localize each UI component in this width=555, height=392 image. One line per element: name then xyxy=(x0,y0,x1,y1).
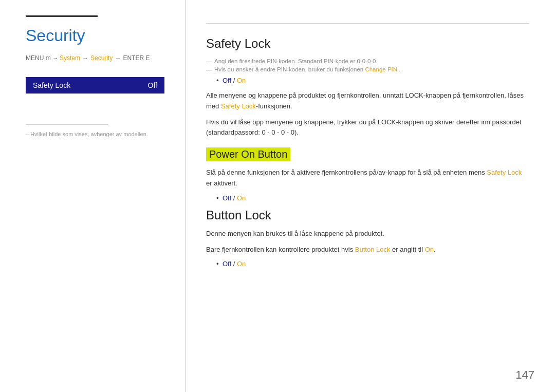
page-number: 147 xyxy=(515,368,534,382)
button-lock-off-on-toggle: Off / On xyxy=(223,260,246,268)
breadcrumb-menu: MENU m → xyxy=(26,54,59,62)
safety-lock-body1: Alle menyene og knappene på produktet og… xyxy=(206,90,529,112)
breadcrumb-security[interactable]: Security xyxy=(90,54,113,62)
button-lock-link[interactable]: Button Lock xyxy=(355,246,391,253)
button-lock-body2: Bare fjernkontrollen kan kontrollere pro… xyxy=(206,245,529,255)
power-on-safety-lock-link[interactable]: Safety Lock xyxy=(487,169,522,176)
safety-lock-link1[interactable]: Safety Lock xyxy=(221,102,256,110)
button-lock-on-link[interactable]: On xyxy=(425,246,434,253)
main-content: Safety Lock Angi den firesifrede PIN-kod… xyxy=(185,0,555,392)
sidebar-divider xyxy=(26,124,108,125)
button-lock-title: Button Lock xyxy=(206,208,529,222)
breadcrumb-arrow2: → xyxy=(115,54,121,62)
top-line-decoration xyxy=(26,15,98,17)
power-on-button-title: Power On Button xyxy=(206,147,290,161)
breadcrumb-enter: ENTER E xyxy=(123,54,150,62)
safety-lock-off-on: Off / On xyxy=(216,77,529,84)
change-pin-link[interactable]: Change PIN xyxy=(365,66,397,72)
sidebar-note: – Hvilket bilde som vises, avhenger av m… xyxy=(26,131,164,137)
button-lock-bullet-list: Off / On xyxy=(216,260,529,268)
safety-lock-title: Safety Lock xyxy=(206,36,529,51)
breadcrumb-system[interactable]: System xyxy=(60,54,80,62)
power-on-bullet-list: Off / On xyxy=(216,194,529,202)
off-on-toggle: Off / On xyxy=(223,77,246,84)
safety-lock-note1: Angi den firesifrede PIN-koden. Standard… xyxy=(206,58,529,64)
safety-lock-bullet-list: Off / On xyxy=(216,77,529,84)
btn-off-label: Off xyxy=(223,260,231,268)
power-on-label: On xyxy=(237,194,246,202)
button-lock-body1: Denne menyen kan brukes til å låse knapp… xyxy=(206,229,529,239)
off-label: Off xyxy=(223,77,231,84)
power-off-label: Off xyxy=(223,194,231,202)
page-title: Security xyxy=(26,26,164,45)
safety-lock-body2: Hvis du vil låse opp menyene og knappene… xyxy=(206,117,529,139)
button-lock-off-on: Off / On xyxy=(216,260,529,268)
btn-on-label: On xyxy=(237,260,246,268)
slash: / xyxy=(231,77,237,84)
power-on-off-on-toggle: Off / On xyxy=(223,194,246,202)
power-on-body1: Slå på denne funksjonen for å aktivere f… xyxy=(206,167,529,189)
power-on-section: Power On Button xyxy=(206,147,529,167)
top-divider xyxy=(206,23,529,24)
on-label: On xyxy=(237,77,246,84)
safety-lock-note2: Hvis du ønsker å endre PIN-koden, bruker… xyxy=(206,66,529,72)
power-on-off-on: Off / On xyxy=(216,194,529,202)
sidebar: Security MENU m → System → Security → EN… xyxy=(0,0,185,392)
safety-lock-menu-item[interactable]: Safety Lock Off xyxy=(26,77,164,94)
breadcrumb-arrow1: → xyxy=(82,54,88,62)
safety-lock-value: Off xyxy=(148,81,157,89)
breadcrumb: MENU m → System → Security → ENTER E xyxy=(26,54,164,62)
safety-lock-label: Safety Lock xyxy=(33,81,70,89)
